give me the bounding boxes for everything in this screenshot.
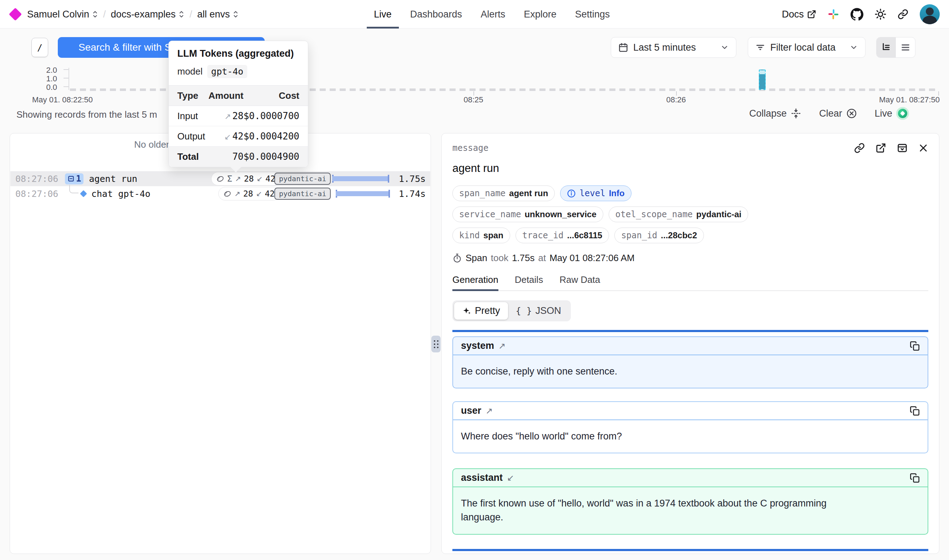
docs-link[interactable]: Docs	[782, 9, 816, 20]
message-role: system	[461, 340, 494, 351]
logfire-logo-diamond-icon[interactable]	[9, 8, 22, 21]
output-arrow-icon: ↙	[507, 473, 514, 483]
calendar-icon	[618, 42, 628, 52]
badge-service-name[interactable]: service_name unknown_service	[452, 206, 603, 222]
scroll-top-divider	[452, 330, 928, 332]
user-avatar[interactable]	[920, 4, 940, 24]
span-name: agent run	[89, 174, 137, 184]
org-selector[interactable]: Samuel Colvin	[27, 9, 98, 20]
tooltip-title: LLM Tokens (aggregated)	[169, 48, 308, 59]
env-name: all envs	[197, 9, 230, 20]
copy-button[interactable]	[910, 406, 920, 416]
live-label: Live	[875, 108, 893, 119]
timeline-record-bar[interactable]	[759, 69, 766, 90]
nav-tab-alerts[interactable]: Alerts	[481, 0, 505, 29]
row-label: Input	[169, 106, 208, 126]
share-link-icon[interactable]	[898, 9, 908, 20]
badge-otel-scope[interactable]: otel_scope_name pydantic-ai	[609, 206, 748, 222]
slash-shortcut-key: /	[31, 38, 48, 57]
badge-level[interactable]: level Info	[560, 186, 631, 201]
y-axis-tick-mark	[63, 69, 69, 70]
took-duration: 1.75s	[512, 252, 535, 264]
message-text: Be concise, reply with one sentence.	[453, 355, 927, 388]
row-timestamp: 08:27:06	[15, 174, 57, 184]
sigma-aggregate-icon: Σ	[227, 174, 232, 183]
tree-view-toggle[interactable]	[877, 37, 896, 57]
theme-sun-icon[interactable]	[875, 9, 886, 20]
badge-key: service_name	[459, 209, 521, 219]
time-range-label: Last 5 minutes	[633, 42, 696, 53]
github-icon[interactable]	[851, 8, 863, 21]
y-axis-tick-1: 1.0	[33, 74, 57, 83]
scope-tag-badge[interactable]: pydantic-ai	[274, 188, 331, 200]
children-count: 1	[76, 174, 81, 184]
nav-tab-explore[interactable]: Explore	[524, 0, 557, 29]
col-cost: Cost	[243, 86, 308, 106]
json-toggle[interactable]: { } JSON	[508, 302, 569, 320]
x-axis-label-0825: 08:25	[463, 95, 483, 105]
badge-value: unknown_service	[524, 209, 596, 219]
dock-panel-icon[interactable]	[897, 143, 907, 153]
copy-button[interactable]	[910, 341, 920, 351]
row-label: Output	[169, 126, 208, 146]
panel-resize-grip[interactable]	[431, 335, 441, 352]
breadcrumb-separator: /	[189, 9, 192, 20]
docs-label: Docs	[782, 9, 804, 20]
live-toggle-button[interactable]: Live	[875, 107, 909, 120]
org-name: Samuel Colvin	[27, 9, 89, 20]
filter-label: Filter local data	[770, 42, 835, 53]
input-arrow-icon: ↗	[234, 189, 240, 198]
close-icon[interactable]	[918, 143, 928, 153]
braces-icon: { }	[516, 306, 532, 316]
external-link-icon	[807, 10, 816, 19]
y-axis-tick-mark	[63, 86, 69, 87]
copy-icon	[910, 341, 920, 351]
copy-link-icon[interactable]	[854, 143, 865, 153]
showing-records-text: Showing records from the last 5 m	[16, 109, 157, 120]
list-view-toggle[interactable]	[896, 37, 915, 57]
duration-text: 1.74s	[399, 189, 426, 199]
nav-tab-settings[interactable]: Settings	[575, 0, 610, 29]
nav-tab-dashboards[interactable]: Dashboards	[410, 0, 462, 29]
input-arrow-icon: ↗	[498, 341, 506, 351]
span-title: agent run	[452, 162, 928, 175]
badge-value: ...6c8115	[567, 231, 602, 240]
badge-span-name[interactable]: span_name agent run	[452, 186, 555, 201]
tab-details[interactable]: Details	[515, 274, 543, 290]
info-icon	[567, 189, 576, 198]
slack-icon[interactable]	[828, 9, 839, 20]
panel-field-label: message	[452, 143, 488, 153]
tokens-pill[interactable]: ↗ 28 ↙ 42	[218, 187, 280, 200]
project-selector[interactable]: docs-examples	[111, 9, 185, 20]
badge-trace-id[interactable]: trace_id ...6c8115	[515, 228, 609, 243]
message-text: The first known use of "hello, world" wa…	[453, 487, 874, 534]
collapse-button[interactable]: Collapse	[749, 108, 801, 119]
row-label: Total	[169, 146, 208, 167]
open-in-new-icon[interactable]	[875, 143, 886, 153]
badge-kind[interactable]: kind span	[452, 228, 510, 243]
time-range-button[interactable]: Last 5 minutes	[611, 37, 736, 58]
pretty-toggle[interactable]: Pretty	[454, 302, 508, 320]
filter-local-data-button[interactable]: Filter local data	[748, 37, 866, 58]
duration-bar	[332, 175, 389, 183]
list-view-icon	[900, 42, 911, 52]
copy-button[interactable]	[910, 473, 920, 483]
view-mode-toggle	[876, 37, 915, 58]
trace-row-agent-run[interactable]: 08:27:06 1 agent run Σ ↗ 28 ↙ 42 pydanti…	[10, 171, 430, 186]
tab-generation[interactable]: Generation	[452, 274, 498, 290]
env-selector[interactable]: all envs	[197, 9, 239, 20]
tokens-pill[interactable]: Σ ↗ 28 ↙ 42	[211, 172, 280, 186]
duration-text: 1.75s	[399, 174, 426, 184]
nav-tab-live[interactable]: Live	[374, 0, 392, 29]
y-axis-tick-mark	[63, 78, 69, 78]
input-arrow-icon: ↗	[235, 174, 241, 183]
collapse-children-badge[interactable]: 1	[65, 173, 83, 185]
tokens-row-output: Output ↙42 $0.0004200	[169, 126, 308, 146]
badge-span-id[interactable]: span_id ...28cbc2	[614, 228, 704, 243]
tab-raw-data[interactable]: Raw Data	[560, 274, 600, 290]
breadcrumb: Samuel Colvin / docs-examples / all envs	[27, 0, 239, 29]
scope-tag-badge[interactable]: pydantic-ai	[274, 172, 331, 185]
copy-icon	[910, 406, 920, 416]
clear-button[interactable]: Clear	[819, 108, 857, 119]
trace-row-chat-gpt4o[interactable]: 08:27:06 chat gpt-4o ↗ 28 ↙ 42 pydantic-…	[10, 186, 430, 201]
